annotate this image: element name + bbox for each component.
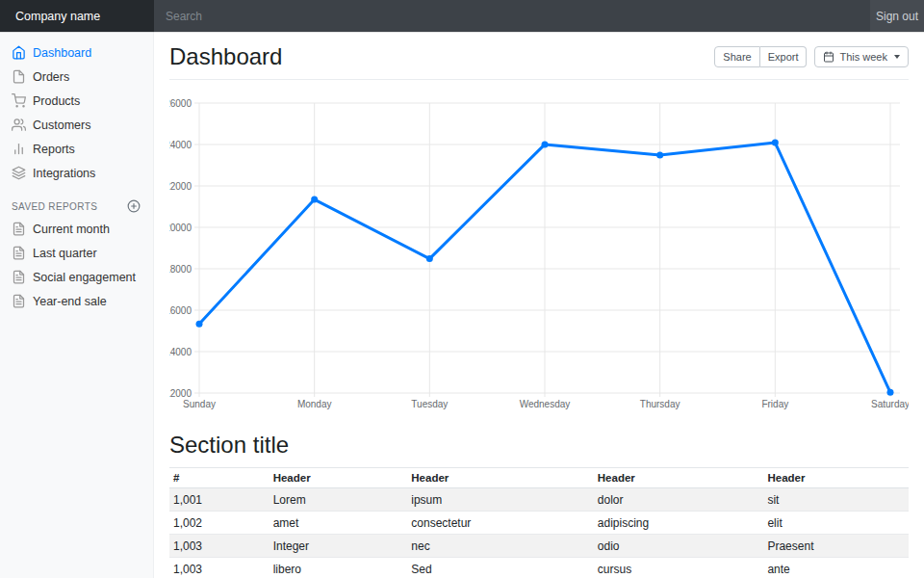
sidebar-item-label: Current month — [33, 223, 110, 236]
chart-container: 2600024000220002000018000160001400012000… — [169, 95, 909, 417]
sidebar-item-customers[interactable]: Customers — [0, 113, 153, 137]
sidebar-item-label: Customers — [33, 118, 90, 132]
sidebar-item-label: Reports — [33, 143, 75, 156]
sidebar-item-integrations[interactable]: Integrations — [0, 161, 153, 185]
table-cell: elit — [763, 512, 909, 535]
period-dropdown-button[interactable]: This week — [814, 46, 909, 67]
svg-text:Wednesday: Wednesday — [520, 399, 571, 409]
plus-circle-icon[interactable] — [127, 199, 141, 213]
sidebar-item-label: Dashboard — [33, 46, 91, 60]
file-text-icon — [12, 270, 26, 284]
sidebar-item-label: Integrations — [33, 167, 95, 180]
sidebar-item-label: Year-end sale — [33, 295, 107, 308]
file-icon — [12, 69, 26, 84]
svg-text:Thursday: Thursday — [640, 399, 680, 409]
column-header: Header — [594, 468, 764, 488]
table-cell: sit — [763, 488, 909, 512]
bar-chart-icon — [12, 142, 26, 156]
table-cell: amet — [270, 512, 408, 535]
file-text-icon — [12, 222, 26, 236]
sidebar-item-year-end-sale[interactable]: Year-end sale — [0, 289, 153, 313]
page-header: Dashboard Share Export This week — [169, 32, 909, 80]
sidebar-item-last-quarter[interactable]: Last quarter — [0, 241, 153, 265]
table-cell: nec — [407, 535, 594, 558]
saved-reports-heading: SAVED REPORTS — [0, 196, 153, 217]
table-cell: ipsum — [407, 488, 594, 512]
weekly-sales-line-chart: 2600024000220002000018000160001400012000… — [169, 95, 909, 417]
sidebar-item-social-engagement[interactable]: Social engagement — [0, 265, 153, 289]
table-cell: Lorem — [270, 488, 408, 512]
table-cell: libero — [270, 558, 408, 578]
saved-reports-label: SAVED REPORTS — [12, 201, 97, 212]
sidebar-item-reports[interactable]: Reports — [0, 137, 153, 161]
table-cell: odio — [594, 535, 764, 558]
svg-text:Saturday: Saturday — [871, 399, 909, 409]
svg-text:18000: 18000 — [169, 264, 192, 275]
table-row: 1,003IntegernecodioPraesent — [169, 535, 909, 558]
export-button[interactable]: Export — [760, 46, 808, 67]
table-cell: adipiscing — [594, 512, 764, 535]
svg-text:20000: 20000 — [169, 223, 192, 233]
sidebar-item-orders[interactable]: Orders — [0, 65, 153, 89]
sign-out-link[interactable]: Sign out — [870, 0, 924, 32]
table-cell: 1,003 — [169, 558, 270, 578]
table-cell: 1,002 — [169, 512, 270, 535]
file-text-icon — [12, 294, 26, 308]
sidebar-item-label: Orders — [33, 70, 69, 84]
sidebar-item-label: Products — [33, 94, 80, 108]
page-title: Dashboard — [169, 43, 282, 70]
column-header: Header — [270, 468, 408, 488]
users-icon — [12, 118, 26, 132]
table-cell: dolor — [594, 488, 764, 512]
file-text-icon — [12, 246, 26, 260]
table-cell: 1,003 — [169, 535, 270, 558]
saved-reports-list: Current monthLast quarterSocial engageme… — [0, 217, 153, 313]
svg-text:16000: 16000 — [169, 305, 192, 316]
shopping-cart-icon — [12, 93, 26, 108]
search-input[interactable] — [154, 0, 870, 32]
header-toolbar: Share Export This week — [714, 46, 909, 67]
main-content: Dashboard Share Export This week 2600024… — [154, 32, 924, 578]
calendar-icon — [823, 51, 834, 63]
svg-text:Monday: Monday — [297, 399, 332, 409]
svg-text:Friday: Friday — [761, 399, 788, 409]
svg-text:Tuesday: Tuesday — [411, 399, 448, 409]
svg-text:26000: 26000 — [169, 98, 192, 109]
layers-icon — [12, 166, 26, 180]
table-cell: consectetur — [407, 512, 594, 535]
sidebar-item-label: Last quarter — [33, 247, 97, 260]
svg-text:24000: 24000 — [169, 140, 192, 150]
column-header: # — [169, 468, 270, 488]
table-cell: cursus — [594, 558, 764, 578]
data-table: #HeaderHeaderHeaderHeader 1,001Loremipsu… — [169, 467, 909, 578]
svg-text:22000: 22000 — [169, 181, 192, 192]
sidebar-item-current-month[interactable]: Current month — [0, 217, 153, 241]
table-header-row: #HeaderHeaderHeaderHeader — [169, 468, 909, 488]
period-label: This week — [839, 50, 887, 64]
sidebar-item-products[interactable]: Products — [0, 89, 153, 113]
table-cell: Sed — [407, 558, 594, 578]
home-icon — [12, 45, 26, 60]
svg-text:Sunday: Sunday — [183, 399, 216, 409]
sidebar-nav: DashboardOrdersProductsCustomersReportsI… — [0, 40, 153, 185]
table-row: 1,001Loremipsumdolorsit — [169, 488, 909, 512]
table-row: 1,003liberoSedcursusante — [169, 558, 909, 578]
brand[interactable]: Company name — [0, 0, 154, 32]
section-title: Section title — [169, 432, 909, 459]
svg-text:12000: 12000 — [169, 388, 192, 399]
table-row: 1,002ametconsecteturadipiscingelit — [169, 512, 909, 535]
top-navbar: Company name Sign out — [0, 0, 924, 32]
sidebar-item-label: Social engagement — [33, 271, 136, 284]
share-export-group: Share Export — [714, 46, 807, 67]
caret-down-icon — [894, 55, 900, 59]
column-header: Header — [763, 468, 909, 488]
sidebar-item-dashboard[interactable]: Dashboard — [0, 40, 153, 65]
table-cell: ante — [763, 558, 909, 578]
table-cell: Praesent — [763, 535, 909, 558]
table-cell: Integer — [270, 535, 408, 558]
column-header: Header — [407, 468, 594, 488]
svg-text:14000: 14000 — [169, 347, 192, 357]
share-button[interactable]: Share — [714, 46, 759, 67]
sidebar: DashboardOrdersProductsCustomersReportsI… — [0, 32, 154, 578]
table-cell: 1,001 — [169, 488, 270, 512]
